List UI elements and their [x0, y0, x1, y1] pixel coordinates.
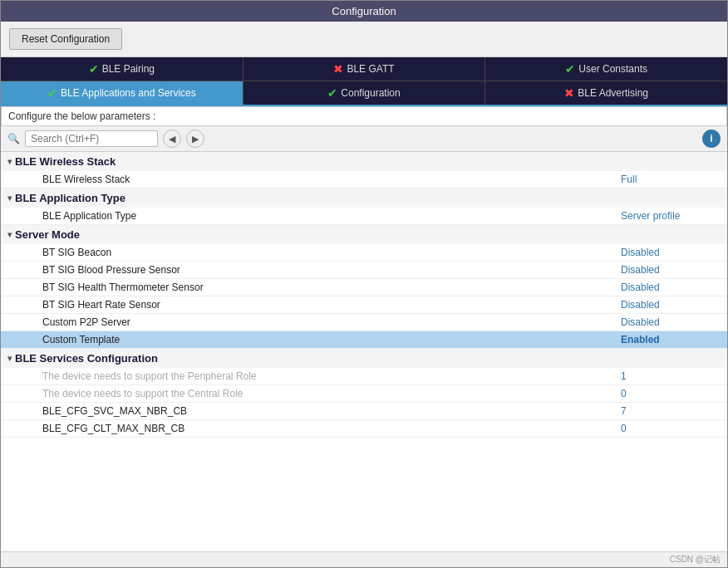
param-name: BT SIG Blood Pressure Sensor [42, 264, 621, 276]
param-value: Disabled [621, 264, 721, 276]
toolbar: Reset Configuration [1, 22, 727, 57]
section-header-ble-services-config[interactable]: ▾BLE Services Configuration [1, 349, 727, 368]
param-row[interactable]: BLE_CFG_CLT_MAX_NBR_CB0 [1, 420, 727, 438]
err-icon-ble-gatt: ✖ [333, 62, 343, 76]
tab-configuration-label: Configuration [341, 87, 400, 99]
param-name: Custom Template [42, 334, 621, 345]
configure-text: Configure the below parameters : [8, 110, 155, 122]
content-area: ▾BLE Wireless StackBLE Wireless StackFul… [1, 152, 727, 551]
param-value: Disabled [621, 247, 721, 258]
configure-bar: Configure the below parameters : [1, 106, 727, 126]
param-name: BT SIG Health Thermometer Sensor [42, 282, 621, 293]
param-row[interactable]: BT SIG BeaconDisabled [1, 244, 727, 262]
param-value: 0 [621, 423, 721, 434]
param-value: Disabled [621, 299, 721, 311]
param-name: BLE Wireless Stack [42, 174, 621, 185]
section-label-ble-application-type: BLE Application Type [15, 192, 125, 204]
param-row[interactable]: BLE Wireless StackFull [1, 171, 727, 189]
tab-ble-pairing-label: BLE Pairing [102, 63, 155, 75]
tab-ble-apps-label: BLE Applications and Services [61, 87, 196, 99]
param-row[interactable]: Custom TemplateEnabled [1, 331, 727, 349]
title-bar: Configuration [1, 1, 727, 22]
param-name: BLE Application Type [42, 210, 621, 222]
tab-ble-gatt-label: BLE GATT [347, 63, 394, 75]
section-label-server-mode: Server Mode [15, 228, 80, 241]
section-header-ble-application-type[interactable]: ▾BLE Application Type [1, 189, 727, 208]
tab-user-constants-label: User Constants [578, 63, 647, 75]
ok-icon-ble-apps: ✔ [47, 86, 57, 100]
param-name: The device needs to support the Central … [42, 388, 621, 399]
section-label-ble-wireless-stack: BLE Wireless Stack [15, 155, 116, 168]
footer: CSDN @记帖 [1, 551, 727, 567]
param-row[interactable]: BLE_CFG_SVC_MAX_NBR_CB7 [1, 403, 727, 420]
param-value: Full [621, 174, 721, 185]
section-header-ble-wireless-stack[interactable]: ▾BLE Wireless Stack [1, 152, 727, 171]
param-value: 0 [621, 388, 721, 399]
tab-ble-apps[interactable]: ✔ BLE Applications and Services [1, 81, 243, 105]
param-row[interactable]: BT SIG Health Thermometer SensorDisabled [1, 279, 727, 296]
search-bar: 🔍 ◀ ▶ i [1, 126, 727, 152]
ok-icon-user-constants: ✔ [565, 62, 575, 76]
param-name: The device needs to support the Peripher… [42, 370, 621, 382]
param-value: 1 [621, 370, 721, 382]
param-name: BLE_CFG_CLT_MAX_NBR_CB [42, 423, 621, 434]
ok-icon-ble-pairing: ✔ [89, 62, 99, 76]
footer-text: CSDN @记帖 [670, 555, 721, 564]
tab-ble-advertising-label: BLE Advertising [578, 87, 648, 99]
tabs-row2: ✔ BLE Applications and Services ✔ Config… [1, 81, 727, 106]
tab-ble-advertising[interactable]: ✖ BLE Advertising [485, 81, 727, 105]
param-row[interactable]: BT SIG Heart Rate SensorDisabled [1, 296, 727, 314]
param-row[interactable]: The device needs to support the Central … [1, 385, 727, 403]
nav-next-button[interactable]: ▶ [186, 130, 204, 148]
search-input[interactable] [25, 130, 158, 147]
err-icon-ble-advertising: ✖ [564, 86, 574, 100]
param-row[interactable]: BT SIG Blood Pressure SensorDisabled [1, 262, 727, 279]
tabs-row1: ✔ BLE Pairing ✖ BLE GATT ✔ User Constant… [1, 57, 727, 81]
param-row[interactable]: Custom P2P ServerDisabled [1, 314, 727, 331]
param-name: BLE_CFG_SVC_MAX_NBR_CB [42, 405, 621, 417]
ok-icon-configuration: ✔ [327, 86, 337, 100]
collapse-arrow-server-mode: ▾ [7, 230, 12, 239]
info-button[interactable]: i [702, 130, 721, 148]
section-header-server-mode[interactable]: ▾Server Mode [1, 225, 727, 244]
tab-configuration[interactable]: ✔ Configuration [243, 81, 486, 105]
param-name: BT SIG Beacon [42, 247, 621, 258]
reset-config-button[interactable]: Reset Configuration [9, 28, 122, 50]
param-name: Custom P2P Server [42, 316, 621, 328]
tab-ble-gatt[interactable]: ✖ BLE GATT [243, 57, 486, 81]
param-name: BT SIG Heart Rate Sensor [42, 299, 621, 311]
nav-prev-button[interactable]: ◀ [163, 130, 181, 148]
param-value: Server profile [621, 210, 721, 222]
section-label-ble-services-config: BLE Services Configuration [15, 352, 158, 365]
tab-user-constants[interactable]: ✔ User Constants [485, 57, 727, 81]
param-row[interactable]: BLE Application TypeServer profile [1, 208, 727, 225]
param-value: Enabled [621, 334, 721, 345]
collapse-arrow-ble-services-config: ▾ [7, 354, 12, 363]
param-value: Disabled [621, 282, 721, 293]
param-row[interactable]: The device needs to support the Peripher… [1, 368, 727, 385]
tab-ble-pairing[interactable]: ✔ BLE Pairing [1, 57, 243, 81]
param-value: Disabled [621, 316, 721, 328]
param-value: 7 [621, 405, 721, 417]
collapse-arrow-ble-wireless-stack: ▾ [7, 157, 12, 166]
main-window: Configuration Reset Configuration ✔ BLE … [0, 0, 728, 568]
window-title: Configuration [332, 5, 396, 17]
search-icon: 🔍 [7, 133, 20, 144]
collapse-arrow-ble-application-type: ▾ [7, 193, 12, 203]
